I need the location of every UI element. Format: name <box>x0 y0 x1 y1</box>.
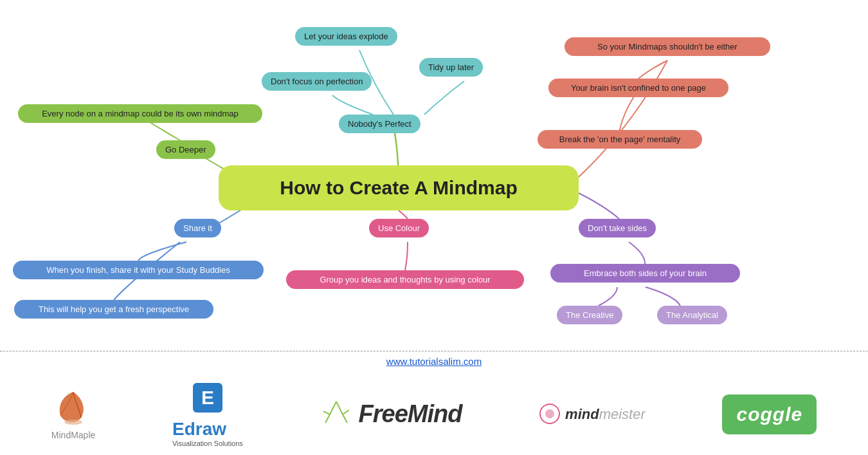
mindmeister-text: mindmeister <box>539 403 646 425</box>
footer-divider <box>0 351 868 352</box>
node-tidy-up: Tidy up later <box>419 58 483 77</box>
mindmaple-leaf-icon <box>54 389 93 427</box>
node-embrace: Embrace both sides of your brain <box>550 264 740 283</box>
logo-mindmaple: MindMaple <box>51 389 95 440</box>
edraw-title: Edraw <box>172 419 243 440</box>
svg-text:E: E <box>201 387 214 408</box>
node-dont-focus: Don't focus on perfection <box>262 72 372 91</box>
mindmap-area: How to Create A Mindmap Let your ideas e… <box>0 0 868 351</box>
node-nobodys-perfect: Nobody's Perfect <box>339 115 420 133</box>
edraw-subtitle: Visualization Solutions <box>172 440 243 447</box>
svg-point-11 <box>545 409 554 418</box>
svg-line-4 <box>330 402 336 414</box>
svg-point-0 <box>64 420 82 425</box>
node-dont-take-sides: Don't take sides <box>579 219 656 237</box>
node-use-colour: Use Colour <box>369 219 429 237</box>
svg-line-5 <box>325 414 330 423</box>
node-analytical: The Analytical <box>657 306 727 324</box>
coggle-text: coggle <box>722 395 817 434</box>
svg-line-6 <box>323 411 330 414</box>
node-break-mentality: Break the 'on the page' mentality <box>538 130 702 149</box>
logo-edraw: E Edraw Visualization Solutions <box>172 382 243 447</box>
node-let-ideas: Let your ideas explode <box>295 27 397 46</box>
svg-line-9 <box>343 410 349 414</box>
mindmeister-name: mindmeister <box>565 406 646 423</box>
node-share-it: Share it <box>174 219 221 237</box>
node-shouldnt-either: So your Mindmaps shouldn't be either <box>565 37 770 56</box>
node-not-confined: Your brain isn't confined to one page <box>548 79 728 97</box>
logo-mindmeister: mindmeister <box>539 403 646 425</box>
node-creative: The Creative <box>557 306 622 324</box>
mindmeister-icon <box>539 403 561 425</box>
node-when-finish: When you finish, share it with your Stud… <box>13 261 264 279</box>
logo-coggle: coggle <box>722 395 817 434</box>
freemind-label: FreeMind <box>359 400 462 428</box>
logo-freemind: FreeMind <box>320 398 462 431</box>
svg-line-7 <box>336 402 343 414</box>
mindmaple-label: MindMaple <box>51 430 95 440</box>
node-every-node: Every node on a mindmap could be its own… <box>18 104 262 123</box>
edraw-text: Edraw Visualization Solutions <box>172 419 243 447</box>
center-node: How to Create A Mindmap <box>219 165 579 210</box>
node-group-ideas: Group you ideas and thoughts by using co… <box>286 270 524 289</box>
footer-link-area: www.tutorialsalim.com <box>0 356 868 367</box>
footer-logos: MindMaple E Edraw Visualization Solution… <box>0 373 868 455</box>
svg-line-8 <box>343 414 347 423</box>
freemind-icon <box>320 398 352 431</box>
footer-url[interactable]: www.tutorialsalim.com <box>386 356 482 367</box>
node-go-deeper: Go Deeper <box>156 140 215 159</box>
edraw-icon-svg: E <box>192 382 224 414</box>
node-fresh-perspective: This will help you get a fresh perspecti… <box>14 300 213 319</box>
